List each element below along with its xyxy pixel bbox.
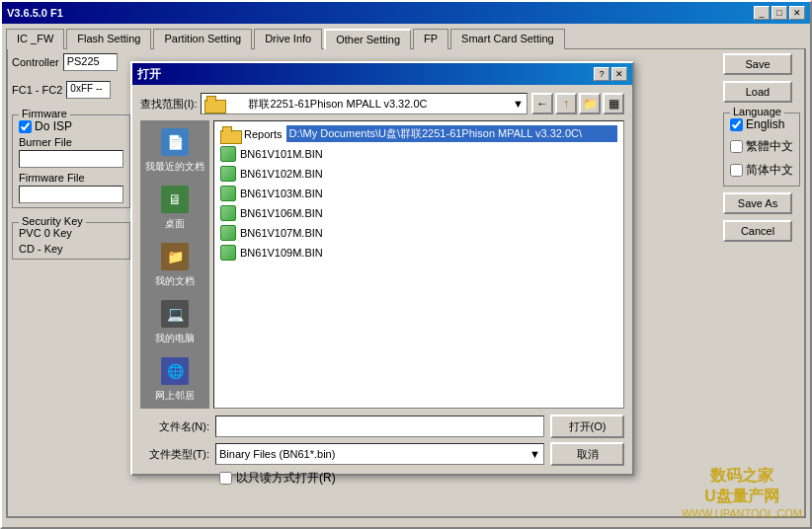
cd-key-label: CD - Key bbox=[19, 243, 123, 255]
security-group: Security Key PVC 0 Key CD - Key bbox=[12, 222, 130, 260]
load-button[interactable]: Load bbox=[723, 81, 792, 103]
traditional-chinese-checkbox[interactable] bbox=[730, 140, 743, 153]
dialog-help-button[interactable]: ? bbox=[594, 67, 609, 81]
filetype-label: 文件类型(T): bbox=[140, 447, 209, 462]
dialog-cancel-button[interactable]: 取消 bbox=[550, 442, 624, 466]
shortcut-my-docs[interactable]: 📁 我的文档 bbox=[155, 241, 195, 288]
filename-label: 文件名(N): bbox=[140, 419, 209, 434]
simplified-chinese-checkbox[interactable] bbox=[730, 164, 743, 177]
my-docs-icon: 📁 bbox=[159, 241, 191, 272]
fc1fc2-input[interactable]: 0xFF -- bbox=[66, 81, 111, 99]
recent-label: 我最近的文档 bbox=[145, 160, 204, 174]
reports-folder-icon bbox=[220, 126, 240, 142]
save-as-button[interactable]: Save As bbox=[723, 192, 792, 214]
english-label: English bbox=[746, 117, 784, 131]
reports-folder-name: Reports bbox=[244, 128, 283, 140]
bin-file-icon bbox=[220, 245, 236, 261]
burner-file-label: Burner File bbox=[19, 136, 123, 148]
maximize-button[interactable]: □ bbox=[771, 6, 787, 20]
file-list[interactable]: Reports D:\My Documents\U盘\群联2251-61Phis… bbox=[213, 120, 624, 409]
open-button[interactable]: 打开(O) bbox=[550, 415, 624, 438]
nav-buttons: ← ↑ 📁 ▦ bbox=[531, 93, 624, 114]
readonly-checkbox[interactable] bbox=[219, 472, 232, 485]
shortcuts-panel: 📄 我最近的文档 🖥 桌面 📁 我的文档 bbox=[140, 120, 209, 409]
firmware-group: Firmware Do ISP Burner File Firmware Fil… bbox=[12, 114, 130, 208]
list-item[interactable]: BN61V106M.BIN bbox=[216, 203, 621, 223]
bin-file-icon bbox=[220, 166, 236, 182]
nav-up-button[interactable]: ↑ bbox=[555, 93, 577, 114]
english-row: English bbox=[730, 117, 793, 131]
burner-file-input[interactable] bbox=[19, 150, 123, 168]
list-item[interactable]: BN61V107M.BIN bbox=[216, 223, 621, 243]
tab-ic-fw[interactable]: IC _FW bbox=[6, 29, 64, 49]
traditional-chinese-row: 繁體中文 bbox=[730, 138, 793, 155]
main-window: V3.6.5.0 F1 _ □ ✕ IC _FW Flash Setting P… bbox=[0, 0, 812, 529]
left-panel: Controller PS225 FC1 - FC2 0xFF -- Firmw… bbox=[12, 53, 130, 512]
filetype-dropdown[interactable]: Binary Files (BN61*.bin) ▼ bbox=[215, 443, 544, 465]
tab-other-setting[interactable]: Other Setting bbox=[324, 29, 411, 49]
bin-file-icon bbox=[220, 225, 236, 241]
network-icon: 🌐 bbox=[159, 355, 191, 387]
filename-input[interactable] bbox=[215, 416, 544, 437]
my-computer-label: 我的电脑 bbox=[155, 332, 195, 345]
shortcut-desktop[interactable]: 🖥 桌面 bbox=[159, 184, 191, 231]
tab-partition-setting[interactable]: Partition Setting bbox=[153, 29, 252, 49]
recent-docs-icon: 📄 bbox=[159, 126, 191, 158]
open-file-dialog: 打开 ? ✕ 查找范围(I): 群联2251-61Phison MPALL v3… bbox=[130, 61, 634, 476]
folder-icon bbox=[204, 96, 224, 112]
network-label: 网上邻居 bbox=[155, 389, 195, 403]
dialog-title-buttons: ? ✕ bbox=[594, 67, 627, 81]
location-value: 群联2251-61Phison MPALL v3.32.0C bbox=[248, 97, 427, 112]
tab-flash-setting[interactable]: Flash Setting bbox=[66, 29, 151, 49]
watermark-line2: U盘量产网 bbox=[682, 487, 802, 507]
tab-fp[interactable]: FP bbox=[413, 29, 448, 49]
watermark: 数码之家 U盘量产网 WWW.UPANTOOL.COM bbox=[682, 466, 802, 519]
nav-new-folder-button[interactable]: 📁 bbox=[579, 93, 601, 114]
minimize-button[interactable]: _ bbox=[754, 6, 770, 20]
shortcut-recent[interactable]: 📄 我最近的文档 bbox=[145, 126, 204, 174]
controller-input[interactable]: PS225 bbox=[63, 53, 118, 71]
security-group-label: Security Key bbox=[19, 215, 86, 227]
reports-folder-path: D:\My Documents\U盘\群联2251-61Phison MPALL… bbox=[286, 125, 617, 142]
nav-view-button[interactable]: ▦ bbox=[603, 93, 624, 114]
reports-folder-entry[interactable]: Reports D:\My Documents\U盘\群联2251-61Phis… bbox=[216, 123, 621, 144]
bin-file-icon bbox=[220, 186, 236, 201]
pvc-key-label: PVC 0 Key bbox=[19, 227, 123, 239]
location-label: 查找范围(I): bbox=[140, 97, 197, 112]
dialog-close-button[interactable]: ✕ bbox=[611, 67, 627, 81]
firmware-file-input[interactable] bbox=[19, 186, 123, 203]
list-item[interactable]: BN61V103M.BIN bbox=[216, 184, 621, 203]
close-button[interactable]: ✕ bbox=[789, 6, 805, 20]
filename-1: BN61V102M.BIN bbox=[240, 168, 323, 180]
nav-back-button[interactable]: ← bbox=[531, 93, 553, 114]
shortcut-network[interactable]: 🌐 网上邻居 bbox=[155, 355, 195, 403]
list-item[interactable]: BN61V102M.BIN bbox=[216, 164, 621, 184]
english-checkbox[interactable] bbox=[730, 118, 743, 131]
tab-bar: IC _FW Flash Setting Partition Setting D… bbox=[2, 24, 810, 48]
filetype-row: 文件类型(T): Binary Files (BN61*.bin) ▼ 取消 bbox=[140, 442, 624, 466]
tab-drive-info[interactable]: Drive Info bbox=[254, 29, 322, 49]
controller-label: Controller bbox=[12, 56, 59, 68]
dropdown-arrow-icon: ▼ bbox=[513, 98, 524, 110]
shortcut-my-computer[interactable]: 💻 我的电脑 bbox=[155, 298, 195, 345]
filename-2: BN61V103M.BIN bbox=[240, 188, 323, 199]
bin-file-icon bbox=[220, 205, 236, 221]
filetype-arrow-icon: ▼ bbox=[529, 448, 540, 460]
firmware-file-label: Firmware File bbox=[19, 172, 123, 184]
title-bar-buttons: _ □ ✕ bbox=[754, 6, 805, 20]
list-item[interactable]: BN61V109M.BIN bbox=[216, 243, 621, 263]
readonly-label: 以只读方式打开(R) bbox=[236, 470, 336, 487]
firmware-group-label: Firmware bbox=[19, 108, 70, 119]
save-button[interactable]: Save bbox=[723, 53, 792, 75]
app-title: V3.6.5.0 F1 bbox=[7, 7, 63, 19]
my-docs-label: 我的文档 bbox=[155, 274, 195, 288]
cancel-button[interactable]: Cancel bbox=[723, 220, 792, 242]
watermark-line1: 数码之家 bbox=[682, 466, 802, 487]
list-item[interactable]: BN61V101M.BIN bbox=[216, 144, 621, 164]
location-dropdown[interactable]: 群联2251-61Phison MPALL v3.32.0C ▼ bbox=[201, 93, 528, 114]
readonly-row: 以只读方式打开(R) bbox=[140, 470, 624, 487]
tab-smart-card[interactable]: Smart Card Setting bbox=[450, 29, 565, 49]
do-isp-checkbox[interactable] bbox=[19, 120, 32, 133]
dialog-title: 打开 bbox=[137, 66, 161, 83]
file-browser: 📄 我最近的文档 🖥 桌面 📁 我的文档 bbox=[140, 120, 624, 409]
